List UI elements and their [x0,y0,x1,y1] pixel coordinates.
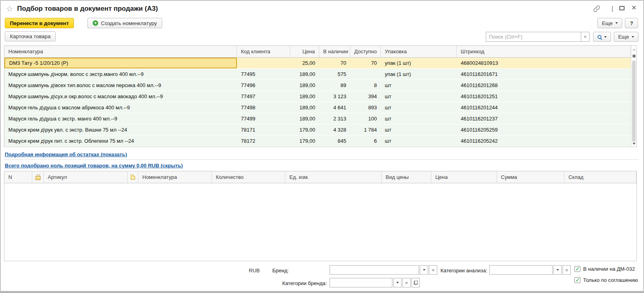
cell-packaging[interactable]: шт [381,136,457,146]
brand-category-input[interactable] [330,278,392,287]
column-header-9[interactable]: Сумма [497,171,564,183]
cell-name[interactable]: Маруся шампунь д\сух.и окр.волос с масло… [4,91,237,102]
cell-name[interactable]: Маруся гель д\душа с экстр. манго 400 мл… [4,113,237,124]
analysis-category-clear-icon[interactable]: × [563,265,571,275]
more-button-search[interactable]: Еще [614,32,638,42]
cell-name[interactable]: DM3 Тату -5 1/20/120 (Р) [4,58,237,68]
stock-info-link[interactable]: Подробная информация об остатках (показа… [5,151,127,157]
scroll-down-icon[interactable] [632,143,636,145]
cell-price[interactable]: 189,00 [290,113,319,124]
cell-barcode[interactable]: 4610116201671 [457,69,631,80]
cell-available[interactable]: 8 [350,80,381,91]
cell-price[interactable]: 189,00 [290,80,319,91]
search-input[interactable] [486,32,581,42]
table-row[interactable]: DM3 Тату -5 1/20/120 (Р)25,007070упак (1… [4,58,631,69]
checkbox-agreement[interactable]: Только по соглашению [574,277,638,283]
column-header-price[interactable]: Цена [290,46,319,57]
search-clear-icon[interactable]: × [581,32,590,42]
maximize-icon[interactable] [619,6,625,10]
column-header-name[interactable]: Номенклатура [4,46,237,57]
brand-clear-icon[interactable]: × [429,265,437,275]
cell-price[interactable]: 189,00 [290,69,319,80]
table-row[interactable]: Маруся крем д\рук увл. с экстр. Вишни 75… [4,124,631,136]
brand-category-dropdown-icon[interactable] [393,278,402,287]
cell-packaging[interactable]: шт [381,124,457,135]
product-card-button[interactable]: Карточка товара [5,31,56,41]
cell-available[interactable]: 6 [350,136,381,146]
column-header-6[interactable]: Ед. изм. [285,171,382,183]
brand-input[interactable] [330,265,419,275]
column-header-barcode[interactable]: Штрихкод [457,46,631,57]
table-row[interactable]: Маруся гель д\душа с маслом абрикоса 400… [4,102,631,113]
cell-price[interactable]: 25,00 [290,58,319,68]
cell-price[interactable]: 189,00 [290,102,319,113]
favorite-star-icon[interactable]: ☆ [6,4,13,14]
search-button[interactable] [593,32,611,42]
column-header-client_code[interactable]: Код клиента [237,46,290,57]
cell-in_stock[interactable]: 845 [319,136,350,146]
cell-name[interactable]: Маруся шампунь д\норм. волос с экстр.ман… [4,69,237,80]
column-header-0[interactable]: N [4,171,32,183]
cell-available[interactable]: 70 [350,58,381,68]
table-row[interactable]: Маруся шампунь д\сух.и окр.волос с масло… [4,91,631,102]
cell-barcode[interactable]: 4610116205242 [457,136,631,146]
cell-available[interactable] [350,69,381,80]
cell-in_stock[interactable]: 89 [319,80,350,91]
cell-available[interactable]: 394 [350,91,381,102]
cell-in_stock[interactable]: 4 328 [319,124,350,135]
cell-client_code[interactable]: 77495 [237,69,290,80]
cell-client_code[interactable]: 77498 [237,102,290,113]
cell-barcode[interactable]: 4610116201268 [457,80,631,91]
analysis-category-dropdown-icon[interactable] [553,265,562,275]
cell-packaging[interactable]: шт [381,80,457,91]
scroll-marker[interactable] [632,54,636,58]
column-header-icon[interactable] [128,171,138,183]
cell-client_code[interactable]: 78171 [237,124,290,135]
cell-name[interactable]: Маруся шампунь д\всех тип.волос с маслом… [4,80,237,91]
cell-packaging[interactable]: упак (1 шт) [381,58,457,68]
cell-name[interactable]: Маруся крем д\рук пит. с экстр. Облепихи… [4,136,237,146]
cell-name[interactable]: Маруся гель д\душа с маслом абрикоса 400… [4,102,237,113]
column-header-packaging[interactable]: Упаковка [381,46,457,57]
column-header-8[interactable]: Цена [431,171,497,183]
column-header-available[interactable]: Доступно [350,46,381,57]
brand-category-open-icon[interactable] [411,278,420,287]
cell-available[interactable]: 893 [350,102,381,113]
transfer-to-document-button[interactable]: Перенести в документ [5,18,74,28]
get-link-icon[interactable] [593,5,601,13]
cell-client_code[interactable]: 77496 [237,80,290,91]
cell-available[interactable]: 100 [350,113,381,124]
scroll-thumb[interactable] [632,60,636,142]
scroll-up-icon[interactable] [632,49,636,50]
total-selected-link[interactable]: Всего подобрано ноль позиций товаров, на… [5,163,183,169]
cell-client_code[interactable] [237,58,290,68]
close-icon[interactable]: ✕ [631,4,636,12]
cell-in_stock[interactable]: 4 641 [319,102,350,113]
cell-in_stock[interactable]: 3 123 [319,91,350,102]
table-row[interactable]: Маруся шампунь д\норм. волос с экстр.ман… [4,69,631,80]
window-menu-icon[interactable] [610,5,615,12]
cell-packaging[interactable]: упак (1 шт) [381,69,457,80]
cell-barcode[interactable]: 4610116201237 [457,113,631,124]
cell-barcode[interactable]: 4680024810913 [457,58,631,68]
cell-barcode[interactable]: 4610116201244 [457,102,631,113]
create-nomenclature-button[interactable]: + Создать номенклатуру [87,18,162,28]
brand-dropdown-icon[interactable] [420,265,428,275]
cell-in_stock[interactable]: 70 [319,58,350,68]
cell-price[interactable]: 179,00 [290,124,319,135]
table-row[interactable]: Маруся шампунь д\всех тип.волос с маслом… [4,80,631,91]
cell-in_stock[interactable]: 2 313 [319,113,350,124]
help-button[interactable]: ? [625,18,638,28]
column-header-4[interactable]: Номенклатура [138,171,212,183]
cell-packaging[interactable]: шт [381,91,457,102]
cell-client_code[interactable]: 78172 [237,136,290,146]
cell-available[interactable]: 1 784 [350,124,381,135]
cell-barcode[interactable]: 4610116205259 [457,124,631,135]
column-header-5[interactable]: Количество [212,171,285,183]
table-row[interactable]: Маруся крем д\рук пит. с экстр. Облепихи… [4,136,631,147]
more-button-top[interactable]: Еще [597,18,622,28]
cell-name[interactable]: Маруся крем д\рук увл. с экстр. Вишни 75… [4,124,237,135]
cell-packaging[interactable]: шт [381,102,457,113]
cell-client_code[interactable]: 77499 [237,113,290,124]
cell-packaging[interactable]: шт [381,113,457,124]
